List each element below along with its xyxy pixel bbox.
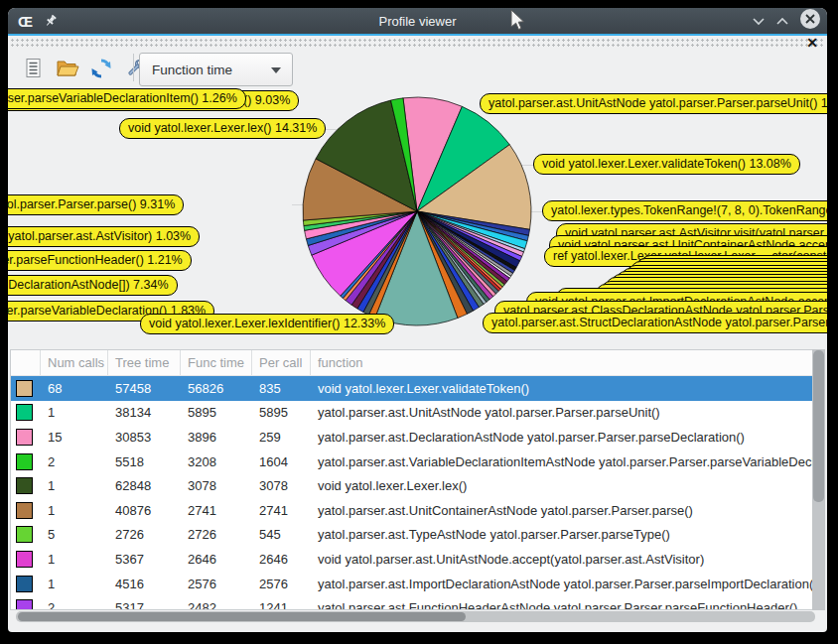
pie-callout: yatol.parser.ast.FunctionHeaderAstNode y…: [8, 250, 192, 271]
cell-value: 5367: [108, 552, 181, 567]
cell-value: 259: [252, 430, 311, 445]
pie-callout: void yatol.lexer.Lexer.lex() 14.31%: [119, 118, 326, 139]
titlebar[interactable]: Œ Profile viewer: [8, 8, 827, 34]
cell-value: 2646: [252, 552, 311, 567]
cell-function: yatol.parser.ast.FunctionHeaderAstNode y…: [311, 600, 822, 610]
pie-callout: void yatol.parser.ast.UnitAstNode.accept…: [8, 226, 200, 247]
cell-value: 2576: [181, 577, 252, 591]
dock-grip[interactable]: [10, 38, 825, 49]
column-header[interactable]: Tree time: [108, 350, 181, 375]
cell-function: yatol.parser.ast.ImportDeclarationAstNod…: [311, 577, 822, 591]
column-header[interactable]: Func time: [181, 350, 252, 375]
cell-value: 1: [41, 405, 108, 420]
color-swatch: [16, 453, 33, 470]
cell-value: 1: [41, 552, 108, 567]
table-row[interactable]: 1451625762576yatol.parser.ast.ImportDecl…: [11, 572, 822, 596]
pie-callout: void yatol.lexer.Lexer.validateToken() 1…: [533, 154, 800, 175]
horizontal-scrollbar[interactable]: [16, 611, 815, 622]
column-header[interactable]: [11, 350, 41, 375]
column-header[interactable]: Per call: [252, 350, 311, 375]
cell-value: 2741: [181, 503, 252, 518]
pie-callout: yatol.parser.ast.VariableDeclarationItem…: [8, 88, 246, 109]
cell-value: 545: [252, 527, 311, 542]
close-button[interactable]: [799, 8, 821, 34]
cell-value: 2646: [181, 552, 252, 567]
cell-value: 2741: [252, 503, 311, 518]
cell-function: yatol.parser.ast.UnitContainerAstNode ya…: [311, 503, 822, 518]
vertical-scrollbar[interactable]: [812, 349, 825, 610]
table-row[interactable]: 2551832081604yatol.parser.ast.VariableDe…: [11, 450, 822, 474]
mouse-cursor: [510, 10, 526, 32]
pie-callout: yatol.parser.ast.UnitAstNode yatol.parse…: [480, 93, 827, 114]
cell-value: 1: [41, 503, 108, 518]
cell-value: 2726: [108, 527, 181, 542]
pie-callout: yatol.parser.ast.UnitContainerAstNode ya…: [8, 194, 184, 215]
cell-value: 1604: [252, 454, 311, 469]
table-row[interactable]: 685745856826835void yatol.lexer.Lexer.va…: [11, 376, 822, 401]
cell-value: 4516: [108, 577, 181, 591]
table-row[interactable]: 16284830783078void yatol.lexer.Lexer.lex…: [11, 473, 822, 498]
cell-value: 2: [41, 600, 108, 610]
cell-value: 1: [41, 478, 108, 493]
profile-table: Num callsTree timeFunc timePer callfunct…: [10, 349, 823, 610]
accent-line: [8, 34, 827, 36]
cell-function: void yatol.lexer.Lexer.lex(): [311, 478, 822, 493]
table-row[interactable]: 15308533896259yatol.parser.ast.Declarati…: [11, 425, 822, 450]
cell-function: yatol.parser.ast.DeclarationAstNode yato…: [311, 430, 822, 445]
cell-value: 30853: [108, 430, 181, 445]
color-swatch: [16, 502, 33, 519]
cell-value: 2726: [181, 527, 252, 542]
cell-value: 835: [252, 381, 311, 396]
window-title: Profile viewer: [8, 14, 827, 29]
cell-value: 68: [41, 381, 108, 396]
cell-value: 3078: [252, 478, 311, 493]
color-swatch: [16, 380, 33, 397]
cell-value: 1241: [252, 600, 311, 610]
color-swatch: [16, 599, 33, 610]
cell-value: 3896: [181, 430, 252, 445]
table-row[interactable]: 1536726462646void yatol.parser.ast.UnitA…: [11, 547, 822, 572]
pie-callout: yatol.lexer.types.TokenRange!(7, 8, 0).T…: [542, 200, 827, 221]
table-header: Num callsTree timeFunc timePer callfunct…: [11, 350, 822, 376]
cell-value: 2: [41, 454, 108, 469]
pie-plot: yatol.parser.ast.DeclarationAstNode yato…: [8, 50, 827, 353]
cell-value: 62848: [108, 478, 181, 493]
table-row[interactable]: 13813458955895yatol.parser.ast.UnitAstNo…: [11, 401, 822, 426]
cell-value: 2576: [252, 577, 311, 591]
cell-value: 1: [41, 577, 108, 591]
pie-callout: void yatol.parser.Parser.parseDeclaratio…: [8, 275, 178, 296]
cell-function: void yatol.parser.ast.UnitAstNode.accept…: [311, 552, 822, 567]
color-swatch: [16, 404, 33, 421]
cell-value: 40876: [108, 503, 181, 518]
cell-value: 3078: [181, 478, 252, 493]
color-swatch: [16, 526, 33, 543]
cell-value: 5895: [181, 405, 252, 420]
cell-value: 15: [41, 430, 108, 445]
color-swatch: [16, 551, 33, 568]
table-row[interactable]: 2531724821241yatol.parser.ast.FunctionHe…: [11, 595, 822, 610]
maximize-button[interactable]: [775, 12, 789, 30]
profile-viewer-window: Œ Profile viewer ✕ Function time: [8, 8, 827, 632]
table-row[interactable]: 14087627412741yatol.parser.ast.UnitConta…: [11, 498, 822, 523]
cell-value: 5317: [108, 600, 181, 610]
cell-function: void yatol.lexer.Lexer.validateToken(): [311, 381, 822, 396]
cell-value: 5518: [108, 454, 181, 469]
cell-value: 56826: [181, 381, 252, 396]
column-header[interactable]: Num calls: [41, 350, 108, 375]
cell-function: yatol.parser.ast.UnitAstNode yatol.parse…: [311, 405, 822, 420]
table-row[interactable]: 527262726545yatol.parser.ast.TypeAstNode…: [11, 523, 822, 548]
color-swatch: [16, 576, 33, 592]
minimize-button[interactable]: [752, 12, 766, 30]
cell-value: 38134: [108, 405, 181, 420]
color-swatch: [16, 429, 33, 446]
cell-value: 5895: [252, 405, 311, 420]
pie-chart: [300, 94, 534, 328]
pie-callout: yatol.parser.ast.StructDeclarationAstNod…: [483, 313, 827, 333]
color-swatch: [16, 477, 33, 494]
cell-value: 5: [41, 527, 108, 542]
vertical-scrollbar-thumb[interactable]: [813, 350, 824, 502]
horizontal-scrollbar-thumb[interactable]: [18, 612, 466, 621]
cell-function: yatol.parser.ast.VariableDeclarationItem…: [311, 454, 822, 469]
column-header[interactable]: function: [311, 350, 822, 375]
pie-callout: void yatol.lexer.Lexer.lexIdentifier() 1…: [140, 314, 394, 334]
